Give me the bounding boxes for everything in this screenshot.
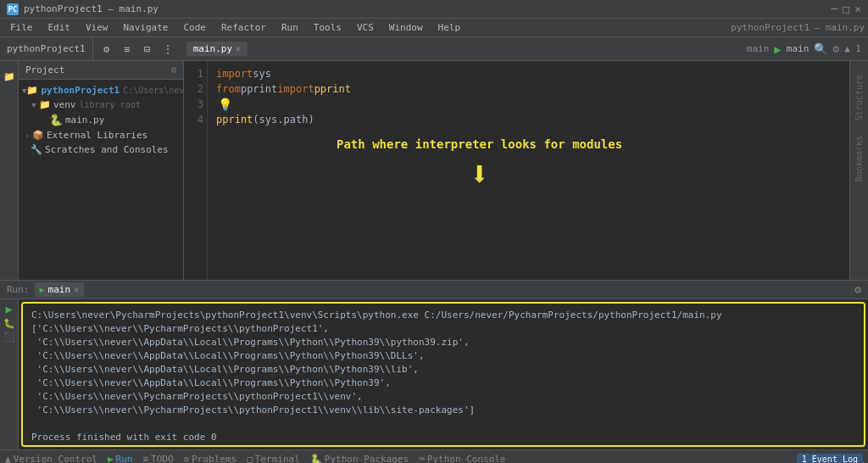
python-console-tool[interactable]: ⌨ Python Console [419, 454, 505, 463]
problems-label: Problems [192, 454, 236, 463]
event-log[interactable]: 1 Event Log [797, 454, 863, 463]
code-line-2: from pprint import pprint [216, 81, 841, 97]
project-panel: Project ⚙ ▼ 📁 pythonProject1 C:\Users\ne… [19, 61, 184, 280]
file-name-title: main.py [826, 22, 865, 33]
terminal-tool[interactable]: □ Terminal [247, 454, 300, 463]
tree-arrow-venv: ▼ [29, 101, 39, 109]
tree-label-venv: venv [53, 99, 76, 110]
toolbar-gear-icon[interactable]: ⚙ [98, 41, 115, 58]
tab-close-icon[interactable]: × [236, 44, 241, 53]
run-output[interactable]: C:\Users\never\PycharmProjects\pythonPro… [21, 302, 865, 447]
run-stop-icon[interactable]: ⬛ [3, 332, 15, 343]
run-label: Run: [7, 284, 30, 295]
run-output-line-2: 'C:\\Users\\never\\AppData\\Local\\Progr… [31, 336, 855, 349]
run-tool[interactable]: ▶ Run [108, 454, 133, 463]
run-debug-icon[interactable]: 🐛 [3, 318, 15, 329]
run-output-line-6: 'C:\\Users\\never\\PycharmProjects\\pyth… [31, 390, 855, 404]
scratch-icon: 🔧 [31, 144, 42, 155]
run-play-icon[interactable]: ▶ [6, 303, 13, 315]
tree-item-external-libs[interactable]: › 📦 External Libraries [19, 128, 183, 142]
annotation-text: Path where interpreter looks for modules [337, 137, 622, 151]
menu-view[interactable]: View [79, 20, 115, 35]
todo-tool[interactable]: ≡ TODO [142, 454, 173, 463]
run-settings-icon[interactable]: ⚙ [854, 283, 861, 296]
run-tab-main[interactable]: ▶ main × [35, 282, 85, 297]
line-count-badge: ▲ 1 [844, 43, 861, 54]
external-libs-icon: 📦 [32, 130, 44, 141]
project-tree: ▼ 📁 pythonProject1 C:\Users\never\Pychar… [19, 80, 183, 280]
vc-icon: ▲ [5, 454, 11, 463]
editor-active-tab[interactable]: main.py × [186, 42, 248, 56]
title-bar: PC pythonProject1 – main.py ─ □ × [0, 0, 868, 19]
menu-run[interactable]: Run [275, 20, 305, 35]
menu-vcs[interactable]: VCS [350, 20, 381, 35]
branch-label: main [747, 43, 770, 54]
python-pkg-icon: 🐍 [310, 454, 322, 463]
tree-item-venv[interactable]: ▼ 📁 venv library root [19, 98, 183, 112]
menu-window[interactable]: Window [382, 20, 430, 35]
minimize-btn[interactable]: ─ [832, 3, 838, 15]
project-label: pythonProject1 [7, 43, 86, 54]
python-pkg-label: Python Packages [325, 454, 409, 463]
python-console-icon: ⌨ [419, 454, 425, 463]
run-panel: Run: ▶ main × ⚙ ▶ 🐛 ⬛ C:\Users\never\Pyc… [0, 280, 868, 449]
structure-label[interactable]: Structure [853, 71, 865, 124]
python-file-icon: 🐍 [49, 114, 63, 126]
tree-item-project[interactable]: ▼ 📁 pythonProject1 C:\Users\never\Pychar… [19, 83, 183, 98]
main-layout: 📁 Project ⚙ ▼ 📁 pythonProject1 C:\Users\… [0, 61, 868, 280]
menu-navigate[interactable]: Navigate [117, 20, 175, 35]
code-line-4: pprint(sys.path) [216, 112, 841, 127]
run-output-blank [31, 417, 855, 431]
menu-help[interactable]: Help [431, 20, 468, 35]
toolbar-split-icon[interactable]: ⊟ [139, 41, 156, 58]
tree-item-scratches[interactable]: 🔧 Scratches and Consoles [19, 142, 183, 157]
project-panel-header: Project ⚙ [19, 61, 183, 80]
toolbar-align-icon[interactable]: ≡ [119, 41, 136, 58]
search-icon-top[interactable]: 🔍 [814, 42, 827, 55]
sidebar-project-icon[interactable]: 📁 [0, 64, 21, 88]
tree-label-scratches: Scratches and Consoles [45, 144, 169, 155]
maximize-btn[interactable]: □ [843, 3, 849, 15]
run-output-line-3: 'C:\\Users\\never\\AppData\\Local\\Progr… [31, 349, 855, 363]
library-root-label: library root [80, 100, 141, 109]
problems-tool[interactable]: ⊙ Problems [184, 454, 237, 463]
main-file-tab-label: main.py [193, 43, 232, 54]
run-tool-icon: ▶ [108, 454, 114, 463]
run-tool-label: Run [116, 454, 133, 463]
bookmarks-label[interactable]: Bookmarks [853, 132, 865, 185]
bottom-toolbar: ▲ Version Control ▶ Run ≡ TODO ⊙ Problem… [0, 449, 868, 463]
menu-bar: File Edit View Navigate Code Refactor Ru… [0, 19, 868, 37]
run-btn-green[interactable]: ▶ [774, 42, 781, 56]
run-output-exit: Process finished with exit code 0 [31, 431, 855, 444]
menu-file[interactable]: File [3, 20, 40, 35]
run-tab-name: main [48, 284, 71, 295]
venv-folder-icon: 📁 [39, 99, 51, 110]
menu-code[interactable]: Code [176, 20, 213, 35]
settings-icon-top[interactable]: ⚙ [832, 42, 839, 55]
problems-icon: ⊙ [184, 454, 190, 463]
vc-label: Version Control [14, 454, 97, 463]
run-tab-icon: ▶ [40, 285, 45, 294]
annotation-arrow: ⬇ [337, 154, 622, 193]
panel-settings-icon[interactable]: ⚙ [170, 64, 176, 75]
run-tab-close[interactable]: × [74, 285, 79, 294]
menu-refactor[interactable]: Refactor [214, 20, 273, 35]
title-text: pythonProject1 – main.py [24, 3, 832, 14]
run-output-line-5: 'C:\\Users\\never\\AppData\\Local\\Progr… [31, 377, 855, 390]
annotation: Path where interpreter looks for modules… [337, 137, 622, 193]
code-line-1: import sys [216, 66, 841, 81]
tree-label-external-libs: External Libraries [47, 130, 147, 141]
project-name-title: pythonProject1 [731, 22, 810, 33]
tree-label-main-py: main.py [65, 114, 104, 126]
tree-item-main-py[interactable]: 🐍 main.py [19, 112, 183, 128]
close-btn[interactable]: × [854, 3, 861, 15]
run-output-line-4: 'C:\\Users\\never\\AppData\\Local\\Progr… [31, 363, 855, 377]
python-packages-tool[interactable]: 🐍 Python Packages [310, 454, 409, 463]
run-action-sidebar: ▶ 🐛 ⬛ [0, 299, 19, 449]
toolbar-settings-icon[interactable]: ⋮ [159, 41, 176, 58]
menu-tools[interactable]: Tools [307, 20, 348, 35]
menu-edit[interactable]: Edit [42, 20, 78, 35]
run-output-line-7: 'C:\\Users\\never\\PycharmProjects\\pyth… [31, 404, 855, 417]
line-numbers: 1 2 3 4 [184, 61, 208, 280]
version-control-tool[interactable]: ▲ Version Control [5, 454, 97, 463]
